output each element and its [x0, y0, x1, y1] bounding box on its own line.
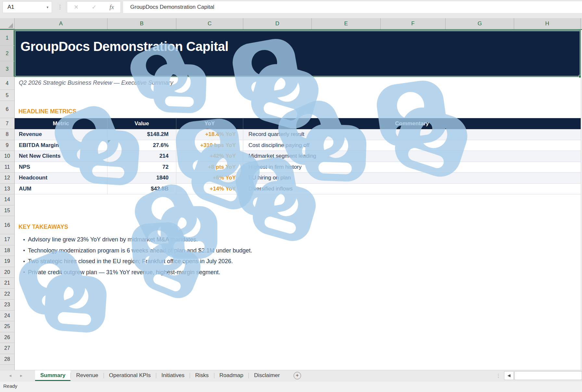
cell-comm[interactable]: Diversified inflows: [243, 184, 581, 194]
column-header-F[interactable]: F: [381, 18, 446, 29]
tab-nav-left-icon[interactable]: ◂: [9, 370, 11, 381]
sheet-tab-revenue[interactable]: Revenue: [71, 370, 103, 381]
cell-metric[interactable]: Revenue: [15, 129, 108, 140]
sheet-tab-initiatives[interactable]: Initiatives: [156, 370, 190, 381]
column-header-C[interactable]: C: [176, 18, 243, 29]
cell-yoy[interactable]: +42% YoY: [176, 151, 243, 162]
row-header-24[interactable]: 24: [0, 311, 14, 322]
row-header-17[interactable]: 17: [0, 234, 14, 245]
formula-input[interactable]: GroupDocs Demonstration Capital: [123, 1, 582, 13]
headline-metrics-label[interactable]: HEADLINE METRICS: [19, 108, 76, 115]
cell-value[interactable]: 1840: [108, 173, 176, 183]
row-header-3[interactable]: 3: [0, 61, 14, 77]
cell-value[interactable]: $42.8B: [108, 184, 176, 194]
row-header-19[interactable]: 19: [0, 256, 14, 267]
cell-metric[interactable]: Headcount: [15, 173, 108, 183]
takeaway-item[interactable]: •Two strategic hires closed in the EU re…: [20, 256, 252, 267]
row-header-20[interactable]: 20: [0, 267, 14, 278]
name-box[interactable]: A1 ▾: [3, 1, 52, 13]
row-header-13[interactable]: 13: [0, 184, 14, 195]
sheet-tab-operational-kpis[interactable]: Operational KPIs: [104, 370, 156, 381]
cell-value[interactable]: 27.6%: [108, 140, 176, 151]
horizontal-scrollbar[interactable]: [514, 371, 582, 380]
sheet-tab-disclaimer[interactable]: Disclaimer: [249, 370, 285, 381]
add-sheet-icon[interactable]: +: [294, 372, 301, 379]
table-col-header-yoy[interactable]: YoY: [176, 118, 243, 129]
cell-metric[interactable]: Net New Clients: [15, 151, 108, 162]
enter-icon[interactable]: ✓: [92, 4, 96, 11]
cell-yoy[interactable]: +6% YoY: [176, 173, 243, 183]
sheet-tab-roadmap[interactable]: Roadmap: [214, 370, 249, 381]
row-header-21[interactable]: 21: [0, 278, 14, 289]
tab-splitter-icon[interactable]: ⋮: [496, 371, 501, 381]
column-header-A[interactable]: A: [15, 18, 108, 29]
cell-comm[interactable]: Record quarterly result: [243, 129, 581, 140]
table-col-header-metric[interactable]: Metric: [15, 118, 108, 129]
row-header-7[interactable]: 7: [0, 118, 14, 129]
row-header-26[interactable]: 26: [0, 332, 14, 343]
key-takeaways-label[interactable]: KEY TAKEAWAYS: [19, 224, 68, 230]
sheet-tab-summary[interactable]: Summary: [35, 370, 70, 381]
select-all-corner[interactable]: [0, 18, 15, 29]
cell-comm[interactable]: Midmarket segment leading: [243, 151, 581, 162]
cell-metric[interactable]: AUM: [15, 184, 108, 194]
cell-yoy[interactable]: +8 pts YoY: [176, 162, 243, 173]
row-header-23[interactable]: 23: [0, 300, 14, 311]
cell-metric[interactable]: NPS: [15, 162, 108, 173]
sheet-tab-strip: ◂ ▸ SummaryRevenueOperational KPIsInitia…: [0, 370, 582, 381]
cell-yoy[interactable]: +14% YoY: [176, 184, 243, 194]
sheet-tab-risks[interactable]: Risks: [190, 370, 214, 381]
row-header-22[interactable]: 22: [0, 289, 14, 300]
tab-nav-right-icon[interactable]: ▸: [20, 370, 22, 381]
column-header-H[interactable]: H: [514, 18, 581, 29]
table-col-header-value[interactable]: Value: [108, 118, 176, 129]
subtitle-cell[interactable]: Q2 2026 Strategic Business Review — Exec…: [19, 80, 173, 86]
column-header-G[interactable]: G: [446, 18, 514, 29]
name-box-value: A1: [7, 2, 14, 13]
cell-value[interactable]: $148.2M: [108, 129, 176, 140]
row-header-4[interactable]: 4: [0, 77, 14, 90]
column-header-D[interactable]: D: [243, 18, 312, 29]
row-header-12[interactable]: 12: [0, 173, 14, 184]
row-header-9[interactable]: 9: [0, 140, 14, 151]
takeaway-item[interactable]: •Technology modernization program is 6 w…: [20, 245, 252, 256]
cell-value[interactable]: 214: [108, 151, 176, 162]
row-header-2[interactable]: 2: [0, 46, 14, 61]
row-header-11[interactable]: 11: [0, 162, 14, 173]
table-col-header-commentary[interactable]: Commentary: [243, 118, 581, 129]
table-row-aum: AUM$42.8B+14% YoYDiversified inflows: [15, 184, 581, 195]
row-header-15[interactable]: 15: [0, 205, 14, 216]
cell-comm[interactable]: EU hiring on plan: [243, 173, 581, 183]
status-bar: Ready: [0, 381, 582, 392]
cell-metric[interactable]: EBITDA Margin: [15, 140, 108, 151]
row-header-14[interactable]: 14: [0, 194, 14, 205]
row-header-8[interactable]: 8: [0, 129, 14, 140]
name-box-caret-icon[interactable]: ▾: [46, 2, 48, 13]
row-header-10[interactable]: 10: [0, 151, 14, 162]
cell-yoy[interactable]: +18.4% YoY: [176, 129, 243, 140]
cell-yoy[interactable]: +310 bps YoY: [176, 140, 243, 151]
formula-bar-splitter-icon[interactable]: ⋮: [57, 2, 63, 12]
row-header-16[interactable]: 16: [0, 216, 14, 234]
bullet-icon: •: [20, 269, 28, 275]
row-header-1[interactable]: 1: [0, 30, 14, 46]
row-header-28[interactable]: 28: [0, 354, 14, 365]
row-header-25[interactable]: 25: [0, 321, 14, 332]
column-header-E[interactable]: E: [312, 18, 381, 29]
hscroll-left-arrow[interactable]: ◀: [504, 371, 514, 380]
takeaway-item[interactable]: •Advisory line grew 23% YoY driven by mi…: [20, 234, 252, 245]
row-header-6[interactable]: 6: [0, 101, 14, 118]
cancel-icon[interactable]: ✕: [74, 4, 79, 11]
insert-function-icon[interactable]: fx: [109, 4, 114, 11]
takeaway-text: Two strategic hires closed in the EU reg…: [28, 258, 233, 265]
row-header-18[interactable]: 18: [0, 245, 14, 256]
table-row-revenue: Revenue$148.2M+18.4% YoYRecord quarterly…: [15, 129, 581, 140]
column-header-B[interactable]: B: [108, 18, 176, 29]
title-banner-cell[interactable]: GroupDocs Demonstration Capital: [15, 30, 581, 77]
cell-value[interactable]: 72: [108, 162, 176, 173]
cell-comm[interactable]: Highest in firm history: [243, 162, 581, 173]
cell-comm[interactable]: Cost discipline paying off: [243, 140, 581, 151]
takeaway-item[interactable]: •Private credit outgrew plan — 31% YoY r…: [20, 267, 252, 278]
row-header-5[interactable]: 5: [0, 90, 14, 101]
row-header-27[interactable]: 27: [0, 343, 14, 354]
